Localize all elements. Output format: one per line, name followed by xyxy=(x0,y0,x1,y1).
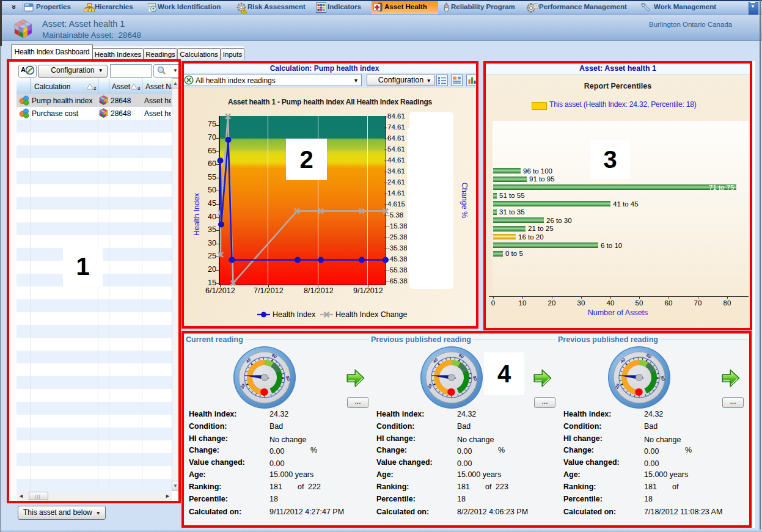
svg-text:3: 3 xyxy=(137,86,141,90)
svg-text:2: 2 xyxy=(93,86,97,90)
